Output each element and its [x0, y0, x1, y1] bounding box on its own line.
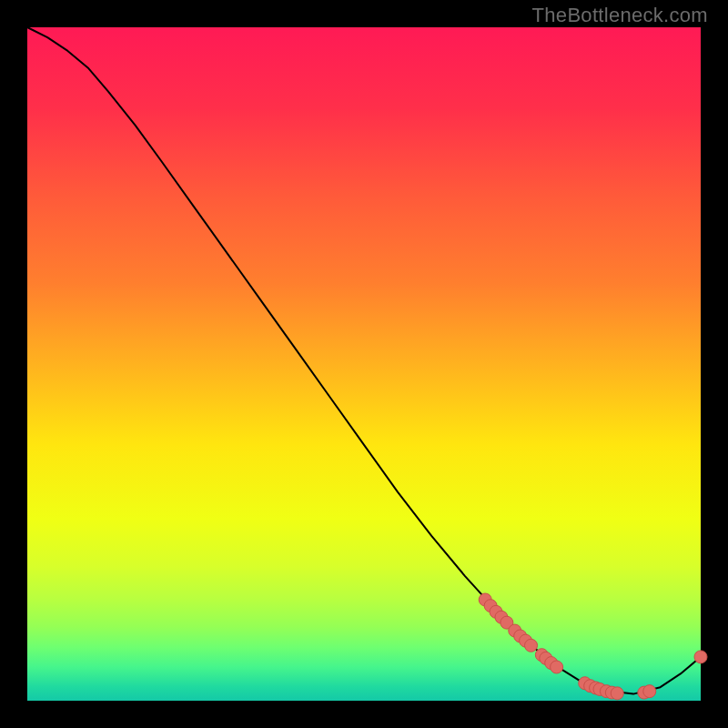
data-marker	[525, 639, 538, 652]
data-marker	[551, 661, 563, 673]
data-marker	[611, 687, 623, 700]
chart-stage: TheBottleneck.com	[0, 0, 728, 728]
plot-background	[27, 27, 701, 701]
chart-svg	[0, 0, 728, 728]
data-marker	[694, 651, 707, 663]
data-marker	[643, 685, 656, 698]
watermark-text: TheBottleneck.com	[532, 4, 708, 27]
